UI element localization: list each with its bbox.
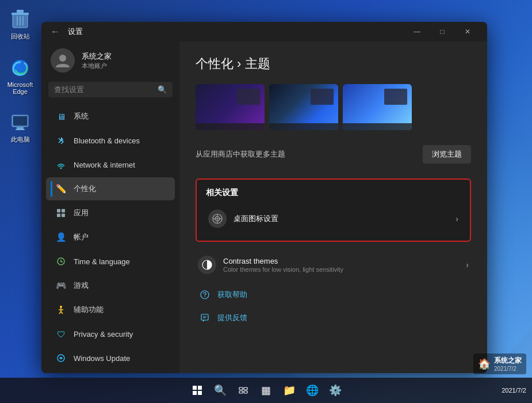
contrast-themes-row[interactable]: Contrast themes Color themes for low vis… bbox=[196, 251, 471, 279]
svg-rect-8 bbox=[13, 116, 27, 126]
search-input[interactable] bbox=[54, 85, 153, 94]
svg-rect-36 bbox=[193, 386, 197, 390]
sidebar: 系统之家 本地账户 🔍 🖥 系统 bbox=[41, 41, 179, 373]
sidebar-item-accessibility[interactable]: 辅助功能 bbox=[46, 298, 175, 321]
sidebar-item-gaming[interactable]: 🎮 游戏 bbox=[46, 274, 175, 297]
active-bar bbox=[51, 181, 52, 197]
theme-minibar-3 bbox=[343, 123, 412, 130]
feedback-icon bbox=[198, 311, 212, 325]
svg-point-20 bbox=[60, 306, 62, 308]
svg-rect-33 bbox=[201, 314, 208, 320]
svg-rect-9 bbox=[17, 127, 24, 129]
get-help-text: 获取帮助 bbox=[217, 290, 247, 300]
recycle-bin-icon[interactable]: 回收站 bbox=[7, 6, 33, 43]
back-button[interactable]: ← bbox=[48, 25, 62, 39]
svg-rect-41 bbox=[244, 387, 247, 390]
desktop-icon-settings-row[interactable]: 桌面图标设置 › bbox=[206, 205, 461, 233]
svg-rect-16 bbox=[62, 214, 65, 217]
this-pc-label: 此电脑 bbox=[11, 135, 30, 144]
taskbar-search-button[interactable]: 🔍 bbox=[209, 379, 231, 401]
theme-card-3[interactable] bbox=[343, 84, 412, 130]
user-name: 系统之家 bbox=[82, 51, 112, 62]
privacy-icon: 🛡 bbox=[55, 328, 67, 340]
desktop-icon-settings-label: 桌面图标设置 bbox=[234, 214, 278, 224]
theme-card-2[interactable] bbox=[269, 84, 338, 130]
edge-label: Microsoft Edge bbox=[2, 81, 38, 95]
feedback-text: 提供反馈 bbox=[217, 313, 247, 323]
svg-rect-38 bbox=[193, 391, 197, 395]
apps-icon bbox=[55, 207, 67, 219]
browse-themes-button[interactable]: 浏览主题 bbox=[423, 145, 471, 164]
contrast-info: Contrast themes Color themes for low vis… bbox=[223, 257, 343, 273]
sidebar-item-bluetooth[interactable]: Bluetooth & devices bbox=[46, 129, 175, 152]
theme-actions: 从应用商店中获取更多主题 浏览主题 bbox=[196, 142, 471, 167]
widgets-button[interactable]: ▦ bbox=[255, 379, 277, 401]
this-pc-icon[interactable]: 此电脑 bbox=[7, 109, 33, 146]
svg-rect-40 bbox=[239, 387, 243, 390]
theme-card-1[interactable] bbox=[196, 84, 265, 130]
sidebar-item-system[interactable]: 🖥 系统 bbox=[46, 105, 175, 128]
sidebar-item-privacy-label: Privacy & security bbox=[74, 330, 133, 339]
contrast-icon bbox=[198, 256, 216, 274]
theme-window-1 bbox=[237, 89, 260, 105]
start-button[interactable] bbox=[186, 379, 208, 401]
this-pc-image bbox=[9, 111, 31, 133]
from-store-text: 从应用商店中获取更多主题 bbox=[196, 149, 285, 159]
update-icon bbox=[55, 352, 67, 364]
sidebar-item-network-label: Network & internet bbox=[74, 161, 135, 169]
sidebar-item-system-label: 系统 bbox=[74, 111, 89, 121]
window-content: 系统之家 本地账户 🔍 🖥 系统 bbox=[41, 41, 487, 373]
close-button[interactable]: ✕ bbox=[455, 22, 480, 41]
sidebar-item-update-label: Windows Update bbox=[74, 354, 130, 363]
search-icon: 🔍 bbox=[158, 85, 167, 94]
get-help-link[interactable]: 获取帮助 bbox=[196, 283, 471, 306]
help-links: 获取帮助 提供反馈 bbox=[196, 283, 471, 329]
edge-icon[interactable]: Microsoft Edge bbox=[0, 55, 40, 97]
minimize-button[interactable]: — bbox=[404, 22, 430, 41]
desktop-icon-icon bbox=[208, 210, 227, 228]
watermark: 🏠 系统之家 2021/7/2 bbox=[473, 353, 526, 374]
sidebar-item-personalization[interactable]: ✏️ 个性化 bbox=[46, 177, 175, 200]
watermark-date: 2021/7/2 bbox=[494, 366, 522, 372]
sidebar-item-accounts[interactable]: 👤 帐户 bbox=[46, 226, 175, 249]
svg-rect-13 bbox=[57, 209, 60, 212]
taskbar-settings-button[interactable]: ⚙️ bbox=[324, 379, 346, 401]
user-avatar bbox=[51, 48, 75, 73]
feedback-link[interactable]: 提供反馈 bbox=[196, 306, 471, 329]
svg-rect-15 bbox=[57, 214, 60, 217]
breadcrumb: 个性化 › 主题 bbox=[196, 55, 471, 73]
gaming-icon: 🎮 bbox=[55, 280, 67, 291]
maximize-button[interactable]: □ bbox=[430, 22, 455, 41]
search-box[interactable]: 🔍 bbox=[48, 82, 173, 97]
sidebar-item-apps-label: 应用 bbox=[74, 208, 89, 218]
sidebar-item-privacy[interactable]: 🛡 Privacy & security bbox=[46, 322, 175, 345]
taskbar-edge-button[interactable]: 🌐 bbox=[301, 379, 323, 401]
desktop-icon-chevron: › bbox=[456, 214, 458, 223]
related-settings-title: 相关设置 bbox=[206, 188, 461, 198]
watermark-brand: 系统之家 bbox=[494, 356, 522, 366]
bluetooth-icon bbox=[55, 135, 67, 146]
theme-minibar-2 bbox=[269, 123, 338, 130]
contrast-themes-title: Contrast themes bbox=[223, 257, 343, 265]
taskbar-date: 2021/7/2 bbox=[502, 387, 526, 394]
personalization-icon: ✏️ bbox=[55, 183, 67, 195]
task-view-button[interactable] bbox=[232, 379, 254, 401]
sidebar-item-time-language[interactable]: Time & language bbox=[46, 250, 175, 273]
file-explorer-button[interactable]: 📁 bbox=[278, 379, 300, 401]
sidebar-item-network[interactable]: Network & internet bbox=[46, 153, 175, 176]
sidebar-item-windows-update[interactable]: Windows Update bbox=[46, 347, 175, 370]
edge-image bbox=[9, 57, 31, 79]
sidebar-item-accessibility-label: 辅助功能 bbox=[74, 305, 104, 315]
user-profile[interactable]: 系统之家 本地账户 bbox=[41, 41, 179, 82]
sidebar-item-apps[interactable]: 应用 bbox=[46, 202, 175, 225]
svg-rect-43 bbox=[244, 391, 247, 393]
desktop-icons: 回收站 Microsoft Edge 此电脑 bbox=[0, 0, 40, 403]
theme-previews bbox=[196, 84, 471, 130]
contrast-themes-subtitle: Color themes for low vision, light sensi… bbox=[223, 266, 343, 273]
time-icon bbox=[55, 256, 67, 267]
svg-rect-39 bbox=[198, 391, 202, 395]
svg-point-12 bbox=[60, 168, 62, 169]
sidebar-item-time-label: Time & language bbox=[74, 257, 130, 266]
user-info: 系统之家 本地账户 bbox=[82, 51, 112, 70]
theme-window-3 bbox=[384, 89, 407, 105]
